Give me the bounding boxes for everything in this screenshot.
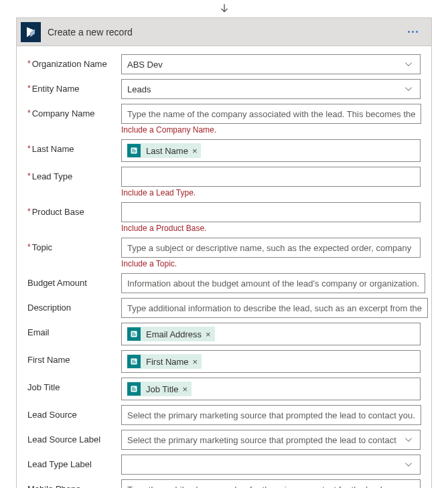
lead-type-input[interactable] <box>121 167 421 187</box>
svg-rect-8 <box>132 335 136 336</box>
label-lead-type-label: Lead Type Label <box>27 455 121 469</box>
svg-rect-2 <box>132 149 135 150</box>
svg-rect-10 <box>132 360 135 361</box>
lead-type-label-select[interactable] <box>121 455 421 475</box>
chevron-down-icon <box>404 460 413 469</box>
budget-amount-input[interactable]: Information about the budget amount of t… <box>121 273 425 293</box>
required-star: * <box>27 171 31 181</box>
required-star: * <box>27 144 31 154</box>
lead-type-error: Include a Lead Type. <box>121 188 421 197</box>
svg-rect-4 <box>132 152 136 153</box>
required-star: * <box>27 207 31 217</box>
forms-icon <box>127 355 141 368</box>
svg-rect-11 <box>132 361 136 362</box>
action-header[interactable]: Create a new record <box>17 18 431 46</box>
mobile-phone-input[interactable]: Type the mobile phone number for the pri… <box>121 479 421 488</box>
svg-rect-14 <box>132 388 135 388</box>
company-name-error: Include a Company Name. <box>121 125 421 135</box>
product-base-input[interactable] <box>121 202 421 222</box>
job-title-input[interactable]: Job Title × <box>121 378 421 400</box>
action-card: Create a new record * Organization Name … <box>16 17 432 488</box>
chevron-down-icon <box>404 84 413 94</box>
company-name-input[interactable]: Type the name of the company associated … <box>121 104 421 124</box>
label-job-title: Job Title <box>27 378 121 392</box>
more-menu-button[interactable] <box>404 27 422 37</box>
last-name-input[interactable]: Last Name × <box>121 139 421 162</box>
label-entity-name: * Entity Name <box>27 79 121 94</box>
required-star: * <box>27 108 31 118</box>
description-input[interactable]: Type additional information to describe … <box>121 298 428 318</box>
organization-name-select[interactable]: ABS Dev <box>121 54 421 74</box>
label-last-name: * Last Name <box>27 139 121 154</box>
label-organization-name: * Organization Name <box>27 54 121 69</box>
form-body: * Organization Name ABS Dev * Entity Nam… <box>17 46 431 488</box>
product-base-error: Include a Product Base. <box>121 224 421 233</box>
token-remove-button[interactable]: × <box>193 357 198 367</box>
label-topic: * Topic <box>27 238 121 252</box>
entity-name-select[interactable]: Leads <box>121 79 421 99</box>
svg-rect-16 <box>132 390 136 391</box>
topic-error: Include a Topic. <box>121 259 421 268</box>
forms-icon <box>127 327 141 341</box>
token-email[interactable]: Email Address × <box>127 327 215 341</box>
required-star: * <box>27 84 31 94</box>
dynamics-icon <box>21 22 41 42</box>
chevron-down-icon <box>404 60 413 69</box>
svg-rect-6 <box>132 333 135 333</box>
label-lead-type: * Lead Type <box>27 167 121 181</box>
token-remove-button[interactable]: × <box>206 329 211 339</box>
action-title: Create a new record <box>48 27 404 37</box>
forms-icon <box>127 382 141 396</box>
required-star: * <box>27 59 31 69</box>
label-company-name: * Company Name <box>27 104 121 118</box>
label-mobile-phone: Mobile Phone <box>27 479 121 488</box>
label-email: Email <box>27 323 121 337</box>
flow-arrow-icon <box>0 0 448 17</box>
lead-source-label-select[interactable]: Select the primary marketing source that… <box>121 430 421 450</box>
token-last-name[interactable]: Last Name × <box>127 143 201 158</box>
label-first-name: First Name <box>27 350 121 365</box>
label-lead-source-label: Lead Source Label <box>27 430 121 444</box>
topic-input[interactable]: Type a subject or descriptive name, such… <box>121 238 421 258</box>
svg-rect-15 <box>132 389 136 390</box>
svg-rect-12 <box>132 363 136 363</box>
token-remove-button[interactable]: × <box>192 146 198 156</box>
email-input[interactable]: Email Address × <box>121 323 421 345</box>
label-product-base: * Product Base <box>27 202 121 217</box>
required-star: * <box>27 242 31 252</box>
forms-icon <box>127 144 141 157</box>
label-budget-amount: Budget Amount <box>27 273 121 288</box>
label-description: Description <box>27 298 121 313</box>
svg-rect-7 <box>132 334 136 335</box>
label-lead-source: Lead Source <box>27 405 121 420</box>
chevron-down-icon <box>404 435 413 444</box>
token-remove-button[interactable]: × <box>182 384 188 394</box>
token-first-name[interactable]: First Name × <box>127 354 202 369</box>
token-job-title[interactable]: Job Title × <box>127 382 192 396</box>
svg-rect-3 <box>132 151 136 151</box>
first-name-input[interactable]: First Name × <box>121 350 421 373</box>
lead-source-input[interactable]: Select the primary marketing source that… <box>121 405 421 425</box>
